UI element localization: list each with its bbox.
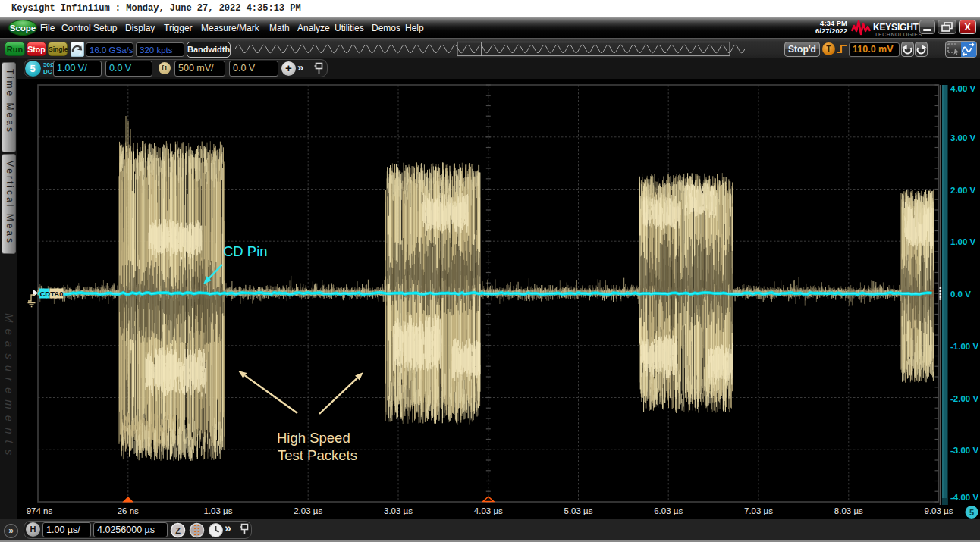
svg-text:8.03 µs: 8.03 µs bbox=[834, 506, 863, 515]
svg-text:TA0: TA0 bbox=[50, 290, 63, 298]
svg-text:0.0 V: 0.0 V bbox=[950, 290, 971, 299]
svg-text:3.00 V: 3.00 V bbox=[950, 133, 976, 143]
svg-text:4.03 µs: 4.03 µs bbox=[474, 506, 503, 515]
svg-text:Z: Z bbox=[175, 525, 181, 534]
svg-text:-4.00 V: -4.00 V bbox=[950, 493, 978, 502]
svg-text:2.00 V: 2.00 V bbox=[950, 186, 976, 195]
svg-text:CD Pin: CD Pin bbox=[223, 243, 268, 259]
svg-text:4.00 V: 4.00 V bbox=[950, 84, 976, 93]
svg-text:26 ns: 26 ns bbox=[118, 506, 139, 515]
svg-text:-2.00 V: -2.00 V bbox=[950, 394, 978, 403]
svg-text:5: 5 bbox=[969, 508, 974, 517]
svg-text:3.03 µs: 3.03 µs bbox=[384, 506, 413, 515]
svg-text:7.03 µs: 7.03 µs bbox=[744, 506, 773, 515]
svg-text:High Speed: High Speed bbox=[277, 430, 350, 446]
svg-text:6.03 µs: 6.03 µs bbox=[654, 506, 683, 515]
svg-text:-1.00 V: -1.00 V bbox=[950, 342, 978, 351]
svg-text:5.03 µs: 5.03 µs bbox=[564, 506, 593, 515]
svg-text:-3.00 V: -3.00 V bbox=[950, 446, 978, 455]
svg-text:9.03 µs: 9.03 µs bbox=[925, 506, 953, 515]
svg-text:2.03 µs: 2.03 µs bbox=[294, 506, 322, 515]
svg-text:-974 ns: -974 ns bbox=[24, 506, 53, 515]
svg-text:Test Packets: Test Packets bbox=[278, 447, 357, 463]
svg-text:CD: CD bbox=[40, 290, 51, 298]
svg-text:1.03 µs: 1.03 µs bbox=[204, 506, 233, 515]
svg-text:1.00 V: 1.00 V bbox=[950, 237, 976, 246]
